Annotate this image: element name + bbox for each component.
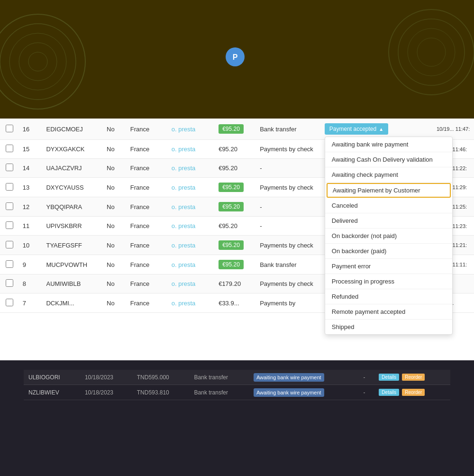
order-ref: DXYCYAUSS xyxy=(42,178,103,197)
customer-link[interactable]: o. presta xyxy=(172,184,196,191)
order-country: France xyxy=(127,275,168,293)
row-checkbox-cell xyxy=(0,275,19,293)
order-total: €95.20 xyxy=(215,178,256,197)
order-no: No xyxy=(103,159,127,178)
order-no: No xyxy=(103,197,127,217)
dropdown-item[interactable]: Processing in progress xyxy=(325,274,452,289)
customer-link[interactable]: o. presta xyxy=(172,261,196,268)
order-payment-method: Bank transfer xyxy=(256,255,321,275)
order-id: 9 xyxy=(19,255,43,275)
svg-point-8 xyxy=(398,19,465,85)
order-total: €95.20 xyxy=(215,119,256,140)
row-checkbox[interactable] xyxy=(6,183,13,191)
dropdown-item[interactable]: Remote payment accepted xyxy=(325,304,452,320)
customer-link[interactable]: o. presta xyxy=(172,280,196,287)
row-checkbox[interactable] xyxy=(6,241,13,248)
order-payment-method: - xyxy=(256,197,321,217)
svg-point-4 xyxy=(28,52,47,71)
svg-text:P: P xyxy=(233,53,238,61)
order-country: France xyxy=(127,236,168,255)
bottom-customer: NZLIBWIEV xyxy=(24,385,80,400)
row-checkbox[interactable] xyxy=(6,145,13,152)
dropdown-item[interactable]: Payment error xyxy=(325,259,452,274)
row-checkbox[interactable] xyxy=(6,125,13,132)
row-checkbox[interactable] xyxy=(6,279,13,287)
customer-link[interactable]: o. presta xyxy=(172,300,196,307)
chevron-up-icon: ▲ xyxy=(379,127,383,132)
reorder-btn[interactable]: Reorder xyxy=(402,374,425,381)
orders-table: 16EDIGCMOEJNoFranceo. presta€95.20Bank t… xyxy=(0,119,474,313)
dropdown-item[interactable]: Delivered xyxy=(325,213,452,229)
decorative-circle-right xyxy=(384,5,474,100)
bottom-actions: Details Reorder xyxy=(374,370,450,385)
order-customer: o. presta xyxy=(168,217,215,236)
price-badge: €95.20 xyxy=(219,240,244,250)
status-btn-label: Payment accepted xyxy=(329,126,376,132)
bottom-ref: TND593.810 xyxy=(132,385,190,400)
customer-link[interactable]: o. presta xyxy=(172,146,196,153)
row-checkbox-cell xyxy=(0,236,19,255)
svg-point-3 xyxy=(19,43,57,81)
order-no: No xyxy=(103,255,127,275)
order-no: No xyxy=(103,293,127,313)
customer-link[interactable]: o. presta xyxy=(172,203,196,211)
dropdown-item[interactable]: Shipped xyxy=(325,320,452,334)
order-payment-method: Payments by check xyxy=(256,178,321,197)
price-badge: €95.20 xyxy=(219,260,244,269)
prestashop-logo: P xyxy=(226,47,248,66)
table-row: 16EDIGCMOEJNoFranceo. presta€95.20Bank t… xyxy=(0,119,474,140)
order-country: France xyxy=(127,119,168,140)
dropdown-item[interactable]: Awaiting Cash On Delivery validation xyxy=(325,152,452,167)
order-country: France xyxy=(127,140,168,159)
detail-btn[interactable]: Details xyxy=(379,374,399,381)
order-country: France xyxy=(127,217,168,236)
dropdown-item[interactable]: Canceled xyxy=(325,198,452,213)
order-ref: UPIVSKBRR xyxy=(42,217,103,236)
dropdown-item[interactable]: Awaiting check payment xyxy=(325,167,452,183)
row-checkbox[interactable] xyxy=(6,164,13,171)
price-plain: €95.20 xyxy=(219,146,237,153)
bottom-customer: ULBIOGORI xyxy=(24,370,80,385)
bottom-ref: TND595.000 xyxy=(132,370,190,385)
bottom-extra: - xyxy=(358,385,374,400)
order-country: France xyxy=(127,197,168,217)
order-total: €179.20 xyxy=(215,275,256,293)
order-id: 15 xyxy=(19,140,43,159)
row-checkbox[interactable] xyxy=(6,221,13,229)
row-checkbox[interactable] xyxy=(6,299,13,306)
price-plain: €179.20 xyxy=(219,280,241,287)
row-checkbox[interactable] xyxy=(6,260,13,268)
order-payment-method: Payments by check xyxy=(256,140,321,159)
customer-link[interactable]: o. presta xyxy=(172,126,196,133)
bottom-table-row: NZLIBWIEV 10/18/2023 TND593.810 Bank tra… xyxy=(24,385,450,400)
dropdown-item[interactable]: On backorder (not paid) xyxy=(325,229,452,244)
dropdown-item[interactable]: Refunded xyxy=(325,289,452,304)
bottom-actions: Details Reorder xyxy=(374,385,450,400)
status-dropdown-menu: Awaiting bank wire paymentAwaiting Cash … xyxy=(325,137,453,335)
order-id: 14 xyxy=(19,159,43,178)
bottom-table-row: ULBIOGORI 10/18/2023 TND595.000 Bank tra… xyxy=(24,370,450,385)
row-checkbox[interactable] xyxy=(6,202,13,210)
order-country: France xyxy=(127,293,168,313)
price-badge: €95.20 xyxy=(219,202,244,211)
detail-btn[interactable]: Details xyxy=(379,389,399,396)
order-no: No xyxy=(103,119,127,140)
customer-link[interactable]: o. presta xyxy=(172,242,196,249)
status-dropdown-btn[interactable]: Payment accepted ▲ xyxy=(325,123,388,135)
logo-icon: P xyxy=(226,47,245,66)
customer-link[interactable]: o. presta xyxy=(172,222,196,229)
price-badge: €95.20 xyxy=(219,183,244,192)
customer-link[interactable]: o. presta xyxy=(172,165,196,172)
dropdown-item-selected[interactable]: Awaiting Paiement by Customer xyxy=(327,183,451,198)
order-id: 8 xyxy=(19,275,43,293)
reorder-btn[interactable]: Reorder xyxy=(402,389,425,396)
order-customer: o. presta xyxy=(168,236,215,255)
dropdown-item[interactable]: Awaiting bank wire payment xyxy=(325,137,452,152)
order-total: €95.20 xyxy=(215,140,256,159)
order-payment-method: Payments by check xyxy=(256,275,321,293)
row-checkbox-cell xyxy=(0,178,19,197)
order-customer: o. presta xyxy=(168,275,215,293)
order-total: €33.9... xyxy=(215,293,256,313)
bottom-date: 10/18/2023 xyxy=(80,385,132,400)
dropdown-item[interactable]: On backorder (paid) xyxy=(325,244,452,259)
